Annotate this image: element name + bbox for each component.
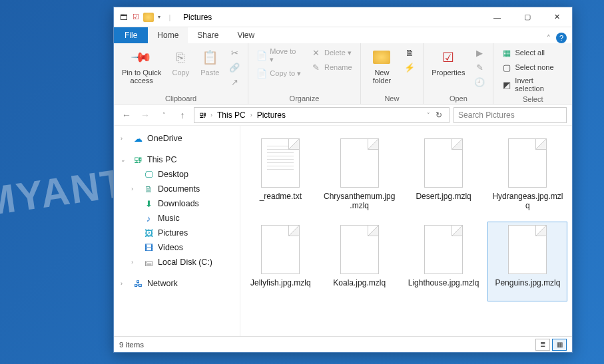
nav-localdisk[interactable]: ›🖴Local Disk (C:) (117, 255, 237, 270)
file-item[interactable]: Chrysanthemum.jpg.mzlq (320, 135, 400, 215)
chevron-right-icon[interactable]: › (131, 186, 133, 192)
nav-desktop[interactable]: 🖵Desktop (117, 167, 237, 182)
dogear-icon (288, 139, 299, 150)
help-icon[interactable]: ? (556, 33, 567, 43)
file-item[interactable]: Hydrangeas.jpg.mzlq (487, 135, 567, 215)
file-item[interactable]: Koala.jpg.mzlq (320, 222, 400, 301)
titlebar[interactable]: 🗔 ☑ ▾ | Pictures — ▢ ✕ (114, 7, 572, 27)
new-group-label: New (366, 93, 418, 102)
chevron-right-icon[interactable]: › (131, 259, 133, 266)
nav-downloads[interactable]: ⬇Downloads (117, 196, 237, 211)
search-input[interactable]: Search Pictures (453, 107, 567, 123)
file-thumbnail (261, 138, 300, 188)
rename-button: ✎Rename (308, 61, 355, 74)
breadcrumb-pc-icon: 🖳 (197, 110, 208, 120)
qat-folder-icon[interactable] (143, 12, 154, 23)
select-none-button[interactable]: ▢Select none (499, 61, 567, 74)
item-count: 9 items (119, 341, 144, 349)
breadcrumb-dropdown-icon[interactable]: ˅ (427, 112, 430, 118)
pin-to-quick-access-button[interactable]: 📌 Pin to Quick access (119, 46, 164, 86)
file-name: Jellyfish.jpg.mzlq (250, 278, 311, 298)
up-button[interactable]: ↑ (175, 108, 190, 122)
new-folder-button[interactable]: New folder (366, 46, 398, 86)
file-thumbnail (340, 138, 379, 188)
chevron-right-icon[interactable]: › (121, 135, 123, 142)
invert-selection-button[interactable]: ◩Invert selection (499, 75, 567, 94)
explorer-window: 🗔 ☑ ▾ | Pictures — ▢ ✕ File Home Share V… (113, 7, 573, 353)
breadcrumb[interactable]: 🖳 › This PC › Pictures ˅ ↻ (194, 107, 450, 123)
nav-music[interactable]: ♪Music (117, 211, 237, 226)
open-icon: ▶ (474, 47, 485, 58)
close-button[interactable]: ✕ (542, 7, 572, 27)
documents-icon: 🗎 (143, 184, 154, 194)
select-all-button[interactable]: ▦Select all (499, 46, 567, 59)
open-group-label: Open (429, 93, 487, 102)
breadcrumb-item-thispc[interactable]: This PC (215, 110, 248, 120)
qat-properties-icon[interactable]: ☑ (131, 12, 141, 23)
qat-dropdown-icon[interactable]: ▾ (156, 13, 162, 22)
file-thumbnail (261, 225, 300, 274)
chevron-right-icon[interactable]: › (249, 112, 254, 118)
window-controls: — ▢ ✕ (482, 7, 572, 27)
ribbon-group-organize: 📄Move to ▾ 📄Copy to ▾ ✕Delete ▾ ✎Rename … (248, 43, 360, 104)
history-button: 🕘 (471, 75, 487, 89)
nav-thispc[interactable]: ⌄🖳This PC (117, 152, 237, 167)
file-name: Chrysanthemum.jpg.mzlq (323, 192, 396, 212)
file-item[interactable]: Penguins.jpg.mzlq (487, 222, 567, 301)
ribbon-group-new: New folder 🗎 ⚡ New (361, 43, 424, 104)
chevron-right-icon[interactable]: › (121, 280, 123, 287)
titlebar-sep: | (164, 12, 175, 23)
search-placeholder: Search Pictures (458, 110, 515, 120)
ribbon-collapse-icon[interactable]: ˄ (547, 34, 551, 43)
file-pane[interactable]: _readme.txtChrysanthemum.jpg.mzlqDesert.… (240, 126, 572, 336)
file-tab[interactable]: File (114, 27, 148, 43)
invert-selection-icon: ◩ (501, 79, 512, 90)
cut-button: ✂ (226, 46, 242, 59)
paste-shortcut-button: ↗ (226, 75, 242, 89)
paste-button: 📋 Paste (197, 46, 222, 78)
file-item[interactable]: Lighthouse.jpg.mzlq (405, 222, 483, 301)
chevron-down-icon[interactable]: ⌄ (121, 156, 126, 163)
nav-pictures[interactable]: 🖼Pictures (117, 226, 237, 240)
ribbon-group-select: ▦Select all ▢Select none ◩Invert selecti… (493, 43, 572, 104)
ribbon: 📌 Pin to Quick access ⎘ Copy 📋 Paste ✂ 🔗… (114, 43, 572, 104)
easy-access-button[interactable]: ⚡ (402, 61, 418, 74)
breadcrumb-item-pictures[interactable]: Pictures (255, 110, 288, 120)
nav-onedrive[interactable]: ›☁OneDrive (117, 131, 237, 146)
maximize-button[interactable]: ▢ (512, 7, 542, 27)
file-item[interactable]: _readme.txt (247, 135, 314, 215)
file-name: Lighthouse.jpg.mzlq (408, 278, 479, 298)
clipboard-group-label: Clipboard (119, 93, 242, 102)
file-name: Koala.jpg.mzlq (333, 278, 386, 298)
cut-icon: ✂ (229, 47, 240, 58)
new-item-button[interactable]: 🗎 (402, 46, 418, 59)
tab-view[interactable]: View (228, 27, 264, 43)
ribbon-group-clipboard: 📌 Pin to Quick access ⎘ Copy 📋 Paste ✂ 🔗… (114, 43, 248, 104)
navigation-pane[interactable]: ›☁OneDrive ⌄🖳This PC 🖵Desktop ›🗎Document… (114, 126, 240, 336)
ribbon-tabs: File Home Share View ˄ ? (114, 27, 572, 43)
file-thumbnail (424, 138, 463, 188)
details-view-button[interactable]: ≣ (535, 339, 550, 351)
refresh-button[interactable]: ↻ (432, 110, 446, 120)
chevron-right-icon[interactable]: › (209, 112, 214, 118)
dogear-icon (535, 139, 546, 150)
network-icon: 🖧 (133, 278, 143, 289)
properties-button[interactable]: ☑ Properties (429, 46, 467, 78)
dogear-icon (452, 139, 462, 150)
back-button[interactable]: ← (119, 108, 134, 122)
nav-documents[interactable]: ›🗎Documents (117, 182, 237, 196)
file-item[interactable]: Jellyfish.jpg.mzlq (247, 222, 314, 301)
rename-icon: ✎ (311, 62, 322, 73)
copy-to-icon: 📄 (256, 68, 267, 79)
file-thumbnail (424, 225, 463, 274)
nav-videos[interactable]: 🎞Videos (117, 240, 237, 255)
tab-home[interactable]: Home (148, 27, 188, 43)
tab-share[interactable]: Share (188, 27, 228, 43)
open-button: ▶ (471, 46, 487, 59)
icons-view-button[interactable]: ▦ (552, 339, 567, 351)
forward-button[interactable]: → (138, 108, 152, 122)
file-item[interactable]: Desert.jpg.mzlq (405, 135, 483, 215)
recent-locations-button[interactable]: ˅ (156, 108, 171, 122)
nav-network[interactable]: ›🖧Network (117, 276, 237, 291)
minimize-button[interactable]: — (482, 7, 512, 27)
